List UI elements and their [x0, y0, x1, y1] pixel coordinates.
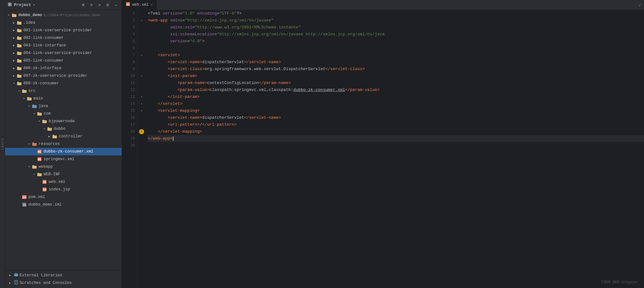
- fold-icon-13[interactable]: ▾: [141, 95, 143, 99]
- code-text: <: [178, 80, 180, 87]
- code-line-15: <servlet-mapping>: [148, 107, 644, 114]
- line-num-11: 11: [131, 80, 135, 87]
- tree-arrow: ▶: [11, 44, 16, 47]
- tree-label: pom.xml: [28, 195, 45, 199]
- tree-arrow: ▾: [16, 89, 21, 93]
- tree-item-idea[interactable]: ▶ .idea: [5, 19, 122, 27]
- expand-icon[interactable]: ⇌: [96, 2, 103, 8]
- code-line-14: </servlet>: [148, 100, 644, 107]
- tree-item-web-inf[interactable]: ▾ WEB-INF: [5, 171, 122, 178]
- tree-arrow: ▶: [11, 66, 16, 70]
- line-num-9: 9: [133, 66, 135, 73]
- hint-icon-18[interactable]: !: [139, 129, 144, 134]
- gutter-7[interactable]: ▾: [138, 52, 145, 59]
- code-text: <: [167, 114, 170, 121]
- tree-item-003[interactable]: ▶ 003-link-interface: [5, 42, 122, 49]
- external-libraries-item[interactable]: ▶ External Libraries: [5, 272, 122, 279]
- collapse-all-icon[interactable]: ≡: [88, 2, 94, 8]
- code-text: xmlns:xsi: [170, 24, 192, 31]
- code-text: <: [167, 121, 170, 128]
- code-text: web-app: [150, 17, 168, 24]
- code-text: <: [148, 17, 150, 24]
- editor-area: XML web.xml ✕ ✓ 1 2 3 4 5 6 7 8: [122, 0, 644, 288]
- tree-arrow: ▾: [27, 142, 32, 146]
- tree-item-001[interactable]: ▶ 001-link-userservice-provider: [5, 27, 122, 34]
- tree-item-springmvc[interactable]: ▶ XML springmvc.xml: [5, 155, 122, 163]
- code-text: >: [195, 73, 197, 80]
- folder-icon: [37, 172, 42, 176]
- gutter-15[interactable]: ▾: [138, 107, 145, 114]
- svg-text:XML: XML: [126, 3, 130, 6]
- code-text: </: [148, 135, 153, 142]
- gutter-14[interactable]: ▾: [138, 100, 145, 107]
- code-text: dispatcherServlet: [202, 114, 244, 121]
- fold-icon-7[interactable]: ▾: [141, 53, 143, 57]
- sidebar-title[interactable]: P Project ▾: [8, 2, 79, 8]
- gutter-13[interactable]: ▾: [138, 93, 145, 100]
- minimize-icon[interactable]: —: [113, 2, 119, 8]
- tree-item-002[interactable]: ▶ 002-link-consumer: [5, 34, 122, 42]
- code-text: </: [345, 87, 350, 93]
- scratches-icon: [14, 280, 18, 286]
- tab-close-btn[interactable]: ✕: [151, 3, 153, 7]
- gutter-18[interactable]: !: [138, 128, 145, 135]
- fold-icon-10[interactable]: ▾: [141, 74, 143, 78]
- tree-item-007[interactable]: ▶ 007-zk-userservice-provider: [5, 72, 122, 80]
- tree-item-index-jsp[interactable]: ▶ JSP index.jsp: [5, 186, 122, 193]
- folder-icon: [16, 59, 22, 63]
- fold-icon-2[interactable]: ▾: [141, 19, 143, 22]
- code-line-16: <servlet-name>dispatcherServlet</servlet…: [148, 114, 644, 121]
- sidebar-dropdown-icon[interactable]: ▾: [33, 3, 35, 7]
- code-text: xsi:schemaLocation: [170, 31, 214, 38]
- tree-item-com[interactable]: ▾ com: [5, 110, 122, 117]
- code-line-9: <servlet-class>org.springframework.web.s…: [148, 66, 644, 73]
- tree-item-java[interactable]: ▾ java: [5, 102, 122, 110]
- tree-item-005[interactable]: ▶ 005-link-consumer: [5, 57, 122, 64]
- tree-item-004[interactable]: ▶ 004-link-userservice-provider: [5, 49, 122, 57]
- code-text: >: [202, 38, 205, 45]
- code-editor[interactable]: <?xml version="1.0" encoding="UTF-8"?> <…: [145, 10, 644, 288]
- gutter-10[interactable]: ▾: [138, 73, 145, 80]
- svg-text:P: P: [9, 3, 11, 6]
- tree-item-008[interactable]: ▾ 008-zk-consumer: [5, 80, 122, 87]
- code-text: >: [207, 87, 210, 93]
- tree-item-bjpowernode[interactable]: ▾ bjpowernode: [5, 117, 122, 125]
- folder-icon: [16, 66, 22, 70]
- tree-item-main[interactable]: ▾ main: [5, 95, 122, 102]
- editor-content[interactable]: 1 2 3 4 5 6 7 8 9 10 11 12 13 14 15 16 1…: [122, 10, 644, 288]
- tree-item-dubbo-zk-consumer[interactable]: ▶ XML dubbo-zk-consumer.xml: [5, 148, 122, 155]
- code-text: </: [325, 66, 331, 73]
- tree-item-web-xml[interactable]: ▶ XML web.xml: [5, 178, 122, 186]
- tree-item-resources[interactable]: ▾ resources: [5, 140, 122, 148]
- code-text: url-pattern: [170, 121, 197, 128]
- folder-icon: [16, 21, 22, 25]
- tab-web-xml[interactable]: XML web.xml ✕: [122, 0, 157, 10]
- fold-icon-15[interactable]: ▾: [141, 109, 143, 113]
- scratches-item[interactable]: ▶ Scratches and Consoles: [5, 279, 122, 287]
- code-text: >: [279, 59, 281, 66]
- tree-label: 003-link-interface: [23, 43, 66, 48]
- tree-label: dubbo: [54, 127, 66, 131]
- tree-item-src[interactable]: ▾ src: [5, 87, 122, 95]
- tree-item-iml[interactable]: ▶ iml dubbo_demo.iml: [5, 201, 122, 208]
- tree-item-controller[interactable]: ▶ controller: [5, 133, 122, 140]
- tree-item-006[interactable]: ▶ 006-zk-interface: [5, 64, 122, 72]
- gutter-2[interactable]: ▾: [138, 17, 145, 24]
- svg-text:XML: XML: [38, 158, 42, 161]
- code-text: servlet-class: [170, 66, 202, 73]
- tree-arrow: ▾: [42, 127, 47, 131]
- tree-item-dubbo[interactable]: ▾ dubbo: [5, 125, 122, 133]
- tree-label: com: [44, 111, 51, 116]
- tree-item-webapp[interactable]: ▾ webapp: [5, 163, 122, 171]
- tree-label: dubbo_demo: [18, 13, 42, 17]
- tree-item-dubbo-demo[interactable]: ▾ dubbo_demo E:\IDEA\Projects\dubbo_demo: [5, 11, 122, 19]
- code-line-6: [148, 45, 644, 52]
- add-module-icon[interactable]: ⊕: [80, 2, 86, 8]
- fold-icon-14[interactable]: ▾: [141, 102, 143, 106]
- tree-label: src: [28, 89, 36, 93]
- tree-arrow: ▾: [27, 104, 32, 108]
- code-text: >: [204, 80, 207, 87]
- tree-item-pom[interactable]: ▶ pom pom.xml: [5, 193, 122, 201]
- settings-icon[interactable]: ⚙: [105, 2, 111, 8]
- jsp-file-icon: JSP: [42, 187, 47, 192]
